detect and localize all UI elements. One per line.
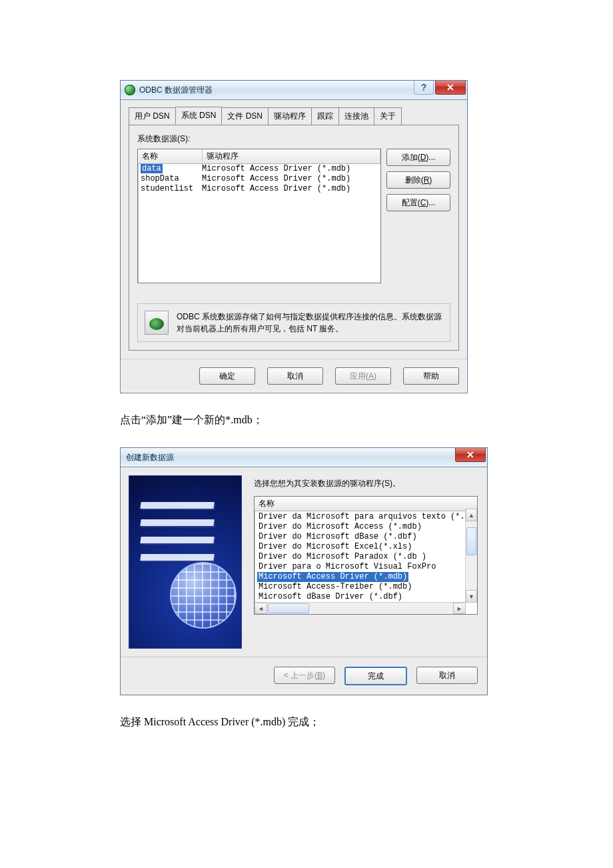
horizontal-scrollbar[interactable]: ◄ ► (255, 602, 466, 614)
scroll-down-icon[interactable]: ▼ (466, 590, 477, 603)
table-row[interactable]: dataMicrosoft Access Driver (*.mdb) (138, 164, 380, 174)
caption-1: 点击“添加”建一个新的*.mdb； (120, 413, 493, 427)
info-text: ODBC 系统数据源存储了如何与指定数据提供程序连接的信息。系统数据源对当前机器… (177, 311, 442, 335)
list-item[interactable]: Driver do Microsoft dBase (*.dbf) (257, 532, 477, 542)
list-item[interactable]: Driver do Microsoft Excel(*.xls) (257, 542, 477, 552)
info-panel: ODBC 系统数据源存储了如何与指定数据提供程序连接的信息。系统数据源对当前机器… (137, 303, 450, 342)
cancel-button[interactable]: 取消 (416, 667, 478, 684)
table-row[interactable]: shopDataMicrosoft Access Driver (*.mdb) (138, 174, 380, 184)
database-globe-icon (145, 311, 169, 335)
dialog-button-row: 确定 取消 应用(A) 帮助 (121, 359, 467, 393)
finish-button[interactable]: 完成 (344, 667, 407, 685)
table-row[interactable]: studentlistMicrosoft Access Driver (*.md… (138, 184, 380, 194)
col-header-name[interactable]: 名称 (255, 497, 477, 511)
driver-select-prompt: 选择您想为其安装数据源的驱动程序(S)。 (254, 478, 478, 489)
scroll-thumb[interactable] (466, 527, 476, 555)
wizard-button-row: < 上一步(B) 完成 取消 (121, 657, 487, 695)
list-item[interactable]: Driver para o Microsoft Visual FoxPro (257, 562, 477, 572)
add-button[interactable]: 添加(D)... (386, 149, 450, 166)
remove-button[interactable]: 删除(R) (386, 171, 450, 189)
list-item[interactable]: Driver do Microsoft Access (*.mdb) (257, 522, 477, 532)
tab-strip: 用户 DSN系统 DSN文件 DSN驱动程序跟踪连接池关于 (129, 107, 459, 125)
ok-button[interactable]: 确定 (199, 367, 255, 385)
wizard-sidebar-graphic (129, 475, 242, 649)
scroll-left-icon[interactable]: ◄ (255, 603, 267, 614)
system-ds-label: 系统数据源(S): (137, 133, 450, 145)
col-header-name[interactable]: 名称 (138, 149, 203, 163)
titlebar[interactable]: ODBC 数据源管理器 ? ✕ (121, 81, 467, 100)
list-item[interactable]: Microsoft Access Driver (*.mdb) (257, 572, 408, 582)
vertical-scrollbar[interactable]: ▲ ▼ (465, 509, 477, 603)
window-title: ODBC 数据源管理器 (139, 85, 213, 96)
list-item[interactable]: Microsoft dBase Driver (*.dbf) (257, 592, 477, 602)
list-item[interactable]: Driver do Microsoft Paradox (*.db ) (257, 552, 477, 562)
close-button[interactable]: ✕ (435, 81, 466, 95)
tab-2[interactable]: 文件 DSN (221, 107, 269, 125)
system-dsn-listview[interactable]: 名称 驱动程序 dataMicrosoft Access Driver (*.m… (137, 149, 381, 283)
scroll-thumb[interactable] (268, 603, 309, 613)
close-button[interactable]: ✕ (455, 448, 486, 462)
listview-header[interactable]: 名称 驱动程序 (138, 149, 380, 164)
create-new-datasource-dialog: 创建新数据源 ✕ 选择您想为其安装数据源的驱动程序(S)。 名称 Driver … (120, 447, 488, 695)
cancel-button[interactable]: 取消 (267, 367, 323, 385)
tab-3[interactable]: 驱动程序 (268, 107, 312, 125)
driver-listview[interactable]: 名称 Driver da Microsoft para arquivos tex… (254, 496, 478, 615)
tab-0[interactable]: 用户 DSN (129, 107, 176, 125)
tab-5[interactable]: 连接池 (338, 107, 374, 125)
list-item[interactable]: Driver da Microsoft para arquivos texto … (257, 512, 477, 522)
list-item[interactable]: Microsoft Access-Treiber (*.mdb) (257, 582, 477, 592)
titlebar[interactable]: 创建新数据源 ✕ (121, 448, 487, 467)
tab-6[interactable]: 关于 (374, 107, 402, 125)
tab-1[interactable]: 系统 DSN (175, 107, 223, 125)
globe-icon (170, 562, 237, 629)
tab-pane-system-dsn: 系统数据源(S): 名称 驱动程序 dataMicrosoft Access D… (129, 125, 459, 351)
scroll-right-icon[interactable]: ► (453, 603, 466, 614)
odbc-admin-dialog: ODBC 数据源管理器 ? ✕ 用户 DSN系统 DSN文件 DSN驱动程序跟踪… (120, 80, 468, 393)
col-header-driver[interactable]: 驱动程序 (203, 149, 380, 163)
scroll-up-icon[interactable]: ▲ (466, 509, 477, 521)
help-button-bottom[interactable]: 帮助 (403, 367, 459, 385)
tab-4[interactable]: 跟踪 (311, 107, 339, 125)
configure-button[interactable]: 配置(C)... (386, 194, 450, 211)
apply-button[interactable]: 应用(A) (335, 367, 391, 385)
caption-2: 选择 Microsoft Access Driver (*.mdb) 完成； (120, 715, 493, 729)
odbc-icon (125, 85, 135, 95)
back-button: < 上一步(B) (274, 667, 335, 684)
window-title: 创建新数据源 (126, 452, 174, 463)
help-button[interactable]: ? (414, 81, 434, 95)
